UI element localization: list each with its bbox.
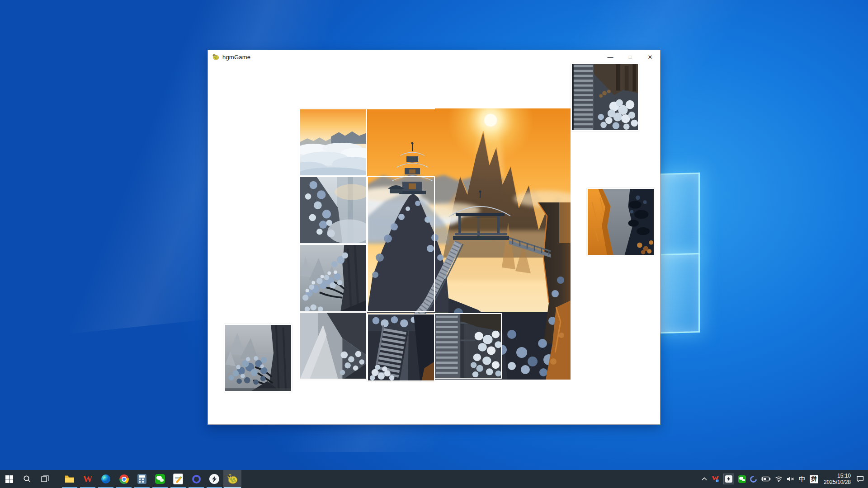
puzzle-piece-mist[interactable]: [299, 176, 367, 244]
maximize-button[interactable]: □: [620, 50, 640, 64]
thunder-icon: [209, 474, 219, 484]
taskbar-chrome[interactable]: [115, 470, 133, 488]
wallpaper-glass-pane: [660, 253, 700, 333]
taskbar-calculator[interactable]: [133, 470, 151, 488]
ime-mode-label: 中: [799, 475, 806, 483]
start-button[interactable]: [0, 470, 18, 488]
puzzle-piece-clouds[interactable]: [299, 108, 367, 176]
puzzle-piece-graypine[interactable]: [224, 324, 292, 392]
taskbar-edge[interactable]: [97, 470, 115, 488]
python-turtle-icon: [212, 53, 219, 61]
task-view-button[interactable]: [36, 470, 54, 488]
taskbar-notes[interactable]: [169, 470, 187, 488]
puzzle-piece-outline[interactable]: [367, 176, 435, 312]
puzzle-piece-stairsfrost[interactable]: [434, 313, 502, 379]
title-bar[interactable]: hgmGame — □ ✕: [208, 50, 660, 64]
puzzle-piece-stairsdark[interactable]: [367, 314, 435, 381]
search-icon: [23, 475, 31, 483]
tray-security-app[interactable]: [712, 470, 719, 488]
thunder-icon: [723, 474, 734, 484]
security-app-icon: [712, 475, 719, 483]
clock-time: 15:10: [824, 473, 851, 479]
taskbar-wechat[interactable]: [151, 470, 169, 488]
taskbar-separator: [54, 470, 61, 488]
desktop[interactable]: hgmGame — □ ✕: [0, 0, 868, 488]
taskbar-wps-office[interactable]: W: [79, 470, 97, 488]
taskbar: W: [0, 470, 868, 488]
hgmgame-window[interactable]: hgmGame — □ ✕: [208, 50, 660, 425]
tray-ime-mode[interactable]: 中: [799, 470, 806, 488]
tray-volume[interactable]: [787, 470, 795, 488]
tray-wifi[interactable]: [775, 470, 783, 488]
piece-border-line: [367, 108, 435, 109]
chrome-icon: [119, 474, 129, 484]
task-view-icon: [41, 475, 49, 483]
taskbar-ring-browser[interactable]: [187, 470, 205, 488]
taskbar-thunder[interactable]: [205, 470, 223, 488]
puzzle-piece-orangecliff[interactable]: [587, 188, 655, 256]
windows-logo-icon: [5, 475, 13, 483]
ime-pinyin-badge: 拼: [810, 475, 818, 483]
notes-app-icon: [174, 474, 183, 484]
tray-thunder[interactable]: [723, 470, 734, 488]
edge-browser-icon: [101, 474, 111, 484]
taskbar-python-game[interactable]: [223, 470, 241, 488]
wifi-icon: [775, 476, 783, 482]
file-explorer-icon: [65, 475, 75, 483]
ring-browser-icon: [192, 475, 201, 483]
tray-battery[interactable]: [761, 470, 771, 488]
battery-charging-icon: [761, 476, 771, 482]
tray-ring-app[interactable]: [750, 470, 757, 488]
search-button[interactable]: [18, 470, 36, 488]
minimize-button[interactable]: —: [600, 50, 620, 64]
tray-clock[interactable]: 15:10 2025/10/28: [822, 470, 852, 488]
tray-ime-badge[interactable]: 拼: [810, 470, 818, 488]
action-center-button[interactable]: [856, 470, 864, 488]
python-turtle-icon: [226, 473, 238, 485]
puzzle-piece-pine[interactable]: [299, 244, 367, 312]
action-center-icon: [856, 475, 864, 483]
wechat-icon: [738, 475, 746, 483]
chevron-up-icon: [701, 476, 708, 482]
close-button[interactable]: ✕: [640, 50, 660, 64]
wallpaper-glass-pane: [660, 173, 700, 255]
clock-date: 2025/10/28: [824, 479, 851, 485]
volume-muted-icon: [787, 476, 795, 482]
window-title: hgmGame: [222, 54, 250, 61]
calculator-icon: [137, 474, 146, 484]
tray-expand-button[interactable]: [701, 470, 708, 488]
wps-office-icon: W: [83, 474, 93, 485]
taskbar-file-explorer[interactable]: [61, 470, 79, 488]
puzzle-piece-rock[interactable]: [299, 312, 367, 380]
wechat-icon: [155, 474, 165, 484]
tray-wechat[interactable]: [738, 470, 746, 488]
ring-app-icon: [749, 474, 758, 483]
puzzle-piece-stairstree[interactable]: [571, 63, 639, 131]
